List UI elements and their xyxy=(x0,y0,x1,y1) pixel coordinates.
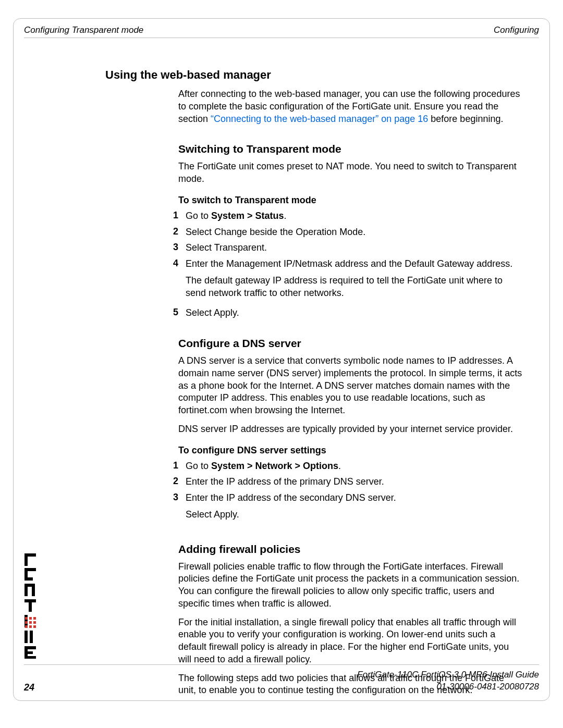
fortinet-logo-icon xyxy=(23,553,42,668)
list-item: 3 Select Transparent. xyxy=(162,242,522,254)
svg-rect-15 xyxy=(25,651,33,654)
step-number: 5 xyxy=(162,307,186,318)
heading-configure-dns: Configure a DNS server xyxy=(178,337,522,350)
text-run: . xyxy=(284,211,287,221)
text-bold: System > Status xyxy=(211,211,284,221)
step-text: Select Apply. xyxy=(186,307,522,319)
step-number: 3 xyxy=(162,242,186,253)
step-number: 2 xyxy=(162,226,186,237)
step-text: Select Transparent. xyxy=(186,242,522,254)
svg-rect-19 xyxy=(33,617,36,620)
cross-reference-link[interactable]: “Connecting to the web-based manager” on… xyxy=(211,114,428,124)
svg-rect-18 xyxy=(29,617,32,620)
paragraph: After connecting to the web-based manage… xyxy=(178,88,522,125)
svg-rect-1 xyxy=(25,553,36,557)
header-right: Configuring xyxy=(494,25,539,35)
list-item: 2 Enter the IP address of the primary DN… xyxy=(162,476,522,488)
heading-adding-firewall-policies: Adding firewall policies xyxy=(178,543,522,556)
list-item: 2 Select Change beside the Operation Mod… xyxy=(162,226,522,239)
page-number: 24 xyxy=(24,682,34,693)
step-text: Go to System > Status. xyxy=(186,210,522,223)
heading-switching-transparent: Switching to Transparent mode xyxy=(178,143,522,155)
task-heading-configure-dns: To configure DNS server settings xyxy=(178,445,522,456)
step-followup: The default gateway IP address is requir… xyxy=(186,275,522,300)
header-rule xyxy=(24,38,539,38)
text-run: before beginning. xyxy=(428,114,503,124)
task-heading-switch-transparent: To switch to Transparent mode xyxy=(178,195,522,206)
footer-rule xyxy=(24,664,539,665)
list-item: 5 Select Apply. xyxy=(162,307,522,319)
svg-rect-9 xyxy=(29,599,32,612)
step-text: Select Change beside the Operation Mode. xyxy=(186,226,522,239)
paragraph: Firewall policies enable traffic to flow… xyxy=(178,561,522,610)
heading-using-web-manager: Using the web-based manager xyxy=(105,68,522,82)
step-number: 3 xyxy=(162,492,186,503)
main-content: Using the web-based manager After connec… xyxy=(105,68,522,703)
footer-title: FortiGate-110C FortiOS 3.0 MR6 Install G… xyxy=(357,670,539,680)
text-run: Go to xyxy=(186,211,211,221)
footer: 24 FortiGate-110C FortiOS 3.0 MR6 Instal… xyxy=(24,664,539,693)
footer-docid: 01-30006-0481-20080728 xyxy=(436,682,539,692)
step-number: 1 xyxy=(162,210,186,221)
text-run: Enter the IP address of the secondary DN… xyxy=(186,492,396,503)
svg-rect-17 xyxy=(25,617,28,620)
svg-rect-11 xyxy=(25,631,28,643)
svg-rect-22 xyxy=(33,621,36,624)
list-item: 3 Enter the IP address of the secondary … xyxy=(162,492,522,525)
ordered-list-configure-dns: 1 Go to System > Network > Options. 2 En… xyxy=(162,460,522,525)
list-item: 1 Go to System > Status. xyxy=(162,210,522,223)
svg-rect-12 xyxy=(30,631,33,643)
text-run: Go to xyxy=(186,461,211,471)
step-text: Go to System > Network > Options. xyxy=(186,460,522,473)
svg-rect-14 xyxy=(25,646,36,649)
step-text: Enter the IP address of the primary DNS … xyxy=(186,476,522,488)
text-run: . xyxy=(338,461,341,471)
svg-rect-23 xyxy=(25,625,28,628)
svg-rect-24 xyxy=(29,625,32,628)
paragraph: DNS server IP addresses are typically pr… xyxy=(178,423,522,436)
step-text: Enter the Management IP/Netmask address … xyxy=(186,258,522,303)
step-followup: Select Apply. xyxy=(186,509,522,521)
svg-rect-3 xyxy=(25,568,36,571)
step-number: 2 xyxy=(162,476,186,487)
step-number: 1 xyxy=(162,460,186,471)
svg-rect-16 xyxy=(25,656,36,659)
footer-doc-info: FortiGate-110C FortiOS 3.0 MR6 Install G… xyxy=(357,669,539,693)
paragraph: A DNS server is a service that converts … xyxy=(178,355,522,417)
page-frame: Configuring Transparent mode Configuring… xyxy=(13,18,550,701)
running-header: Configuring Transparent mode Configuring xyxy=(24,25,539,35)
ordered-list-switch-transparent: 1 Go to System > Status. 2 Select Change… xyxy=(162,210,522,319)
svg-rect-4 xyxy=(25,577,33,581)
svg-rect-7 xyxy=(25,584,35,587)
svg-rect-25 xyxy=(33,625,36,628)
svg-rect-21 xyxy=(29,621,32,624)
text-bold: System > Network > Options xyxy=(211,461,338,471)
paragraph: The FortiGate unit comes preset to NAT m… xyxy=(178,161,522,186)
list-item: 4 Enter the Management IP/Netmask addres… xyxy=(162,258,522,303)
step-number: 4 xyxy=(162,258,186,269)
svg-rect-20 xyxy=(25,621,28,624)
step-text: Enter the IP address of the secondary DN… xyxy=(186,492,522,525)
text-run: Enter the Management IP/Netmask address … xyxy=(186,258,512,269)
paragraph: For the initial installation, a single f… xyxy=(178,616,522,666)
header-left: Configuring Transparent mode xyxy=(24,25,143,35)
list-item: 1 Go to System > Network > Options. xyxy=(162,460,522,473)
